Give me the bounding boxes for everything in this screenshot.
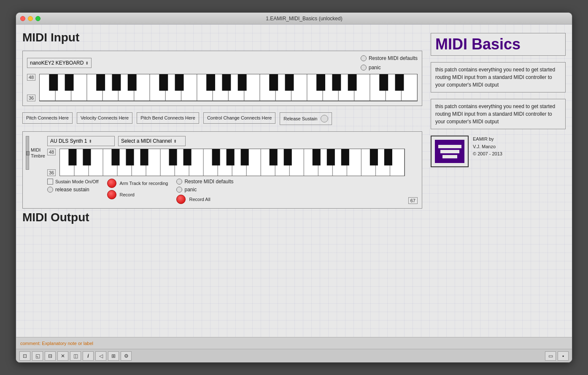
toolbar-btn-9[interactable]: ⚙ [121, 351, 132, 361]
connector-row: Pitch Connects Here Velocity Connects He… [22, 112, 422, 125]
svg-rect-75 [241, 149, 249, 166]
svg-rect-36 [316, 74, 325, 91]
svg-rect-67 [83, 149, 91, 166]
toolbar-btn-4[interactable]: ✕ [57, 351, 68, 361]
status-comment: comment: Explanatory note or label [20, 341, 93, 346]
svg-rect-71 [169, 149, 177, 166]
toolbar-btn-1[interactable]: ⊡ [19, 351, 30, 361]
dropdown-arrow-icon: ⬍ [85, 61, 89, 65]
svg-rect-30 [175, 74, 184, 91]
svg-rect-79 [327, 149, 335, 166]
svg-rect-27 [112, 74, 121, 91]
toolbar-btn-6[interactable]: i [83, 351, 94, 361]
record-row: Record [107, 190, 168, 199]
synth-arrow-icon: ⬍ [89, 139, 92, 144]
panic-radio[interactable] [361, 65, 367, 71]
release-radio[interactable] [47, 187, 53, 193]
keyboard-row: 48 36 [27, 74, 418, 101]
right-panel: MIDI Basics this patch contains everythi… [431, 31, 566, 331]
midi-basics-title: MIDI Basics [431, 33, 566, 56]
minimize-button[interactable] [28, 16, 33, 21]
control-change-connector: Control Change Connects Here [203, 112, 275, 124]
svg-rect-40 [395, 74, 404, 91]
svg-rect-68 [112, 149, 120, 166]
svg-rect-24 [49, 74, 58, 91]
sustain-circle [321, 115, 328, 122]
logo-line-1 [438, 145, 461, 148]
svg-rect-81 [370, 149, 378, 166]
midi-input-title: MIDI Input [22, 31, 422, 44]
pitch-connector: Pitch Connects Here [22, 112, 73, 124]
timbre-label: MIDITimbre [31, 147, 45, 159]
svg-rect-78 [313, 149, 321, 166]
svg-rect-31 [206, 74, 215, 91]
svg-rect-34 [270, 74, 278, 91]
synth-dropdown[interactable]: AU DLS Synth 1 ⬍ [47, 136, 115, 146]
toolbar-btn-end-2[interactable]: ▪ [558, 351, 569, 361]
traffic-lights [20, 16, 40, 21]
svg-rect-41 [40, 101, 417, 101]
restore-out-label[interactable]: Restore MIDI defaults [176, 179, 233, 185]
svg-rect-74 [227, 149, 235, 166]
svg-rect-72 [183, 149, 192, 166]
restore-midi-label[interactable]: Restore MIDI defaults [361, 55, 418, 61]
restore-panic-controls: Restore MIDI defaults panic [361, 55, 418, 71]
output-inner-box: MIDITimbre AU DLS Synth 1 ⬍ [22, 131, 422, 209]
toolbar-btn-7[interactable]: ◁ [95, 351, 106, 361]
svg-rect-73 [212, 149, 220, 166]
release-sustain-label[interactable]: release sustain [47, 187, 99, 193]
svg-rect-66 [69, 149, 77, 166]
pitch-bend-connector: Pitch Bend Connects Here [137, 112, 199, 124]
logo-inner [435, 140, 464, 163]
toolbar-btn-end-1[interactable]: ▭ [545, 351, 556, 361]
svg-rect-70 [140, 149, 148, 166]
release-sustain-box: Release Sustain [280, 112, 332, 125]
svg-rect-25 [65, 74, 74, 91]
svg-rect-77 [284, 149, 292, 166]
midi-output-section: MIDITimbre AU DLS Synth 1 ⬍ [22, 131, 422, 226]
arm-track-row: Arm Track for recording [107, 179, 168, 188]
svg-rect-38 [348, 74, 357, 91]
eamir-credit: EAMIR by V.J. Manzo © 2007 - 2013 [473, 136, 502, 158]
toolbar-btn-3[interactable]: ⊟ [45, 351, 56, 361]
arm-track-button[interactable] [107, 179, 116, 188]
main-window: 1.EAMIR_MIDI_Basics (unlocked) MIDI Inpu… [16, 12, 572, 363]
panic-out-label[interactable]: panic [176, 187, 233, 193]
sustain-mode-label[interactable]: Sustain Mode On/Off [47, 179, 99, 185]
svg-rect-26 [96, 74, 105, 91]
eamir-logo [431, 136, 469, 167]
toolbar: ⊡ ◱ ⊟ ✕ ◫ i ◁ ⊞ ⚙ ▭ ▪ [16, 349, 572, 362]
toolbar-btn-2[interactable]: ◱ [32, 351, 43, 361]
sustain-checkbox[interactable] [47, 179, 53, 185]
maximize-button[interactable] [35, 16, 40, 21]
output-keyboard-row: 48 36 [47, 149, 405, 176]
panic-label[interactable]: panic [361, 65, 418, 71]
restore-out-radio[interactable] [176, 179, 182, 185]
status-bar: comment: Explanatory note or label [16, 337, 572, 349]
close-button[interactable] [20, 16, 25, 21]
main-content: MIDI Input nanoKEY2 KEYBOARD ⬍ [16, 24, 572, 337]
channel-dropdown[interactable]: Select a MIDI Channel ⬍ [118, 136, 186, 146]
svg-rect-33 [238, 74, 247, 91]
toolbar-btn-8[interactable]: ⊞ [108, 351, 119, 361]
logo-line-2 [440, 150, 459, 153]
midi-input-box: nanoKEY2 KEYBOARD ⬍ Restore MIDI default… [22, 51, 422, 106]
toolbar-btn-5[interactable]: ◫ [70, 351, 81, 361]
midi-number: 67 [408, 197, 418, 204]
panic-out-radio[interactable] [176, 187, 182, 193]
svg-rect-35 [285, 74, 294, 91]
channel-arrow-icon: ⬍ [173, 139, 177, 144]
midi-output-title: MIDI Output [22, 211, 422, 224]
svg-rect-39 [380, 74, 388, 91]
record-button[interactable] [107, 190, 116, 199]
window-title: 1.EAMIR_MIDI_Basics (unlocked) [40, 16, 568, 22]
input-piano[interactable] [39, 74, 418, 101]
out-octave-48: 48 [47, 149, 56, 155]
keyboard-dropdown[interactable]: nanoKEY2 KEYBOARD ⬍ [27, 58, 92, 68]
record-all-button[interactable] [176, 195, 186, 204]
svg-rect-69 [126, 149, 134, 166]
title-bar: 1.EAMIR_MIDI_Basics (unlocked) [16, 13, 572, 24]
restore-radio[interactable] [361, 55, 367, 61]
output-piano[interactable] [59, 149, 405, 176]
out-octave-36: 36 [47, 169, 56, 176]
